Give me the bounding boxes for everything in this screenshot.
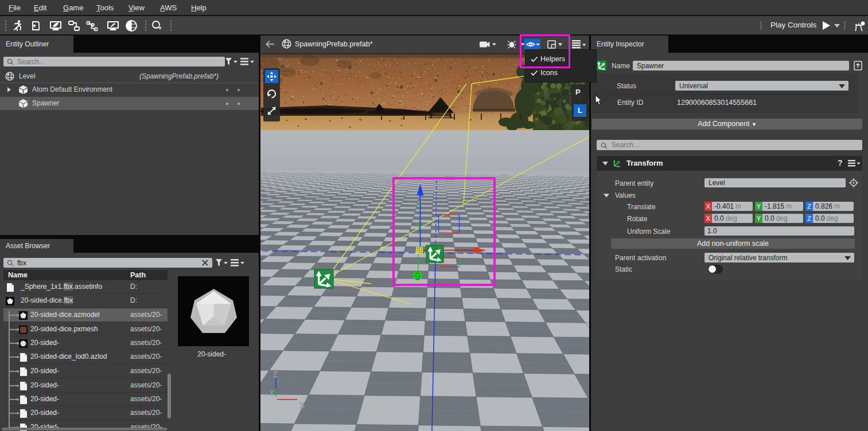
svg-text:Z: Z [273, 370, 278, 379]
svg-text:X: X [299, 401, 305, 410]
svg-text:Y: Y [269, 388, 275, 397]
